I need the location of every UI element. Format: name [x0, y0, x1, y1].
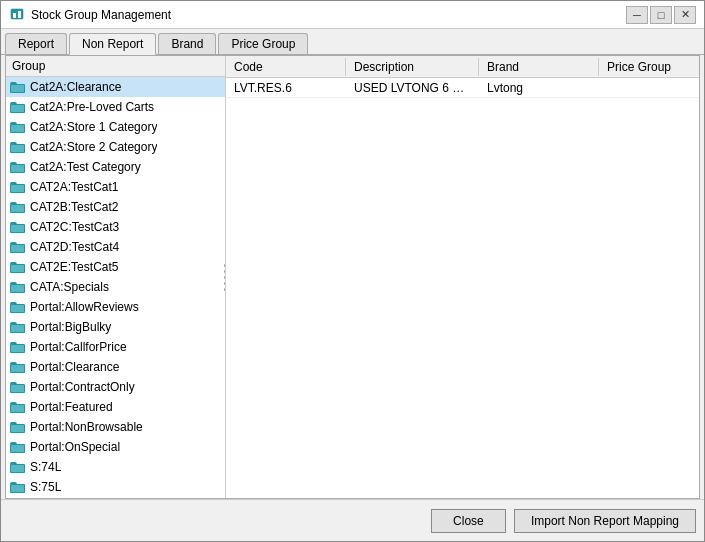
- tab-bar: Report Non Report Brand Price Group: [1, 29, 704, 55]
- tree-item[interactable]: Portal:Clearance: [6, 357, 225, 377]
- svg-rect-20: [11, 245, 24, 252]
- svg-rect-10: [11, 145, 24, 152]
- tree-item[interactable]: Portal:CallforPrice: [6, 337, 225, 357]
- folder-icon: [10, 440, 26, 454]
- tree-item[interactable]: Portal:BigBulky: [6, 317, 225, 337]
- folder-icon: [10, 460, 26, 474]
- left-panel: Group Cat2A:ClearanceCat2A:Pre-Loved Car…: [6, 56, 226, 498]
- svg-rect-44: [11, 485, 24, 492]
- tree-scroll[interactable]: Cat2A:ClearanceCat2A:Pre-Loved CartsCat2…: [6, 77, 225, 498]
- svg-rect-18: [11, 225, 24, 232]
- svg-rect-28: [11, 325, 24, 332]
- table-body: LVT.RES.6USED LVTONG 6 SEAT RESORT CARTL…: [226, 78, 699, 498]
- minimize-button[interactable]: ─: [626, 6, 648, 24]
- tab-non-report[interactable]: Non Report: [69, 33, 156, 55]
- tree-item[interactable]: CATA:Specials: [6, 277, 225, 297]
- folder-icon: [10, 240, 26, 254]
- folder-icon: [10, 300, 26, 314]
- folder-icon: [10, 480, 26, 494]
- window-title: Stock Group Management: [31, 8, 626, 22]
- tree-item[interactable]: CAT2C:TestCat3: [6, 217, 225, 237]
- svg-rect-34: [11, 385, 24, 392]
- svg-rect-36: [11, 405, 24, 412]
- tree-item-label: Portal:OnSpecial: [30, 440, 120, 454]
- folder-icon: [10, 220, 26, 234]
- svg-rect-6: [11, 105, 24, 112]
- svg-rect-22: [11, 265, 24, 272]
- folder-icon: [10, 360, 26, 374]
- import-non-report-mapping-button[interactable]: Import Non Report Mapping: [514, 509, 696, 533]
- folder-icon: [10, 180, 26, 194]
- table-header: Code Description Brand Price Group: [226, 56, 699, 78]
- svg-rect-8: [11, 125, 24, 132]
- svg-rect-24: [11, 285, 24, 292]
- tree-item[interactable]: Cat2A:Pre-Loved Carts: [6, 97, 225, 117]
- col-header-description: Description: [346, 58, 479, 76]
- tree-item[interactable]: CAT2A:TestCat1: [6, 177, 225, 197]
- tree-item-label: Cat2A:Clearance: [30, 80, 121, 94]
- svg-rect-2: [18, 11, 21, 18]
- tree-item[interactable]: CAT2D:TestCat4: [6, 237, 225, 257]
- tree-item-label: Portal:ContractOnly: [30, 380, 135, 394]
- tree-item[interactable]: S:L: [6, 497, 225, 498]
- tree-item[interactable]: CAT2E:TestCat5: [6, 257, 225, 277]
- tree-item-label: CAT2E:TestCat5: [30, 260, 118, 274]
- window-icon: [9, 7, 25, 23]
- tree-item[interactable]: Portal:Featured: [6, 397, 225, 417]
- tree-item[interactable]: Portal:NonBrowsable: [6, 417, 225, 437]
- tree-item[interactable]: Portal:AllowReviews: [6, 297, 225, 317]
- tree-item-label: Portal:NonBrowsable: [30, 420, 143, 434]
- folder-icon: [10, 80, 26, 94]
- tree-item-label: Cat2A:Pre-Loved Carts: [30, 100, 154, 114]
- svg-rect-40: [11, 445, 24, 452]
- tree-item-label: Cat2A:Store 1 Category: [30, 120, 157, 134]
- folder-icon: [10, 100, 26, 114]
- tree-item[interactable]: Cat2A:Clearance: [6, 77, 225, 97]
- folder-icon: [10, 140, 26, 154]
- folder-icon: [10, 200, 26, 214]
- close-button[interactable]: Close: [431, 509, 506, 533]
- td-description: USED LVTONG 6 SEAT RESORT CART: [346, 79, 479, 97]
- svg-rect-42: [11, 465, 24, 472]
- footer: Close Import Non Report Mapping: [1, 499, 704, 541]
- tree-item[interactable]: S:74L: [6, 457, 225, 477]
- tree-item[interactable]: CAT2B:TestCat2: [6, 197, 225, 217]
- td-brand: Lvtong: [479, 79, 599, 97]
- tree-item-label: CATA:Specials: [30, 280, 109, 294]
- tree-item-label: CAT2D:TestCat4: [30, 240, 119, 254]
- tree-item-label: Portal:Featured: [30, 400, 113, 414]
- tree-item[interactable]: Portal:OnSpecial: [6, 437, 225, 457]
- folder-icon: [10, 340, 26, 354]
- svg-rect-26: [11, 305, 24, 312]
- tab-brand[interactable]: Brand: [158, 33, 216, 54]
- td-price-group: [599, 86, 699, 90]
- svg-rect-14: [11, 185, 24, 192]
- tree-item[interactable]: Cat2A:Test Category: [6, 157, 225, 177]
- tree-item-label: Cat2A:Store 2 Category: [30, 140, 157, 154]
- folder-icon: [10, 320, 26, 334]
- td-code: LVT.RES.6: [226, 79, 346, 97]
- right-panel: Code Description Brand Price Group LVT.R…: [226, 56, 699, 498]
- table-row[interactable]: LVT.RES.6USED LVTONG 6 SEAT RESORT CARTL…: [226, 78, 699, 98]
- tab-price-group[interactable]: Price Group: [218, 33, 308, 54]
- folder-icon: [10, 380, 26, 394]
- maximize-button[interactable]: □: [650, 6, 672, 24]
- tree-item[interactable]: Cat2A:Store 2 Category: [6, 137, 225, 157]
- svg-rect-38: [11, 425, 24, 432]
- close-window-button[interactable]: ✕: [674, 6, 696, 24]
- folder-icon: [10, 400, 26, 414]
- folder-icon: [10, 120, 26, 134]
- tree-item[interactable]: Cat2A:Store 1 Category: [6, 117, 225, 137]
- resize-handle[interactable]: [221, 257, 226, 297]
- folder-icon: [10, 260, 26, 274]
- tree-item[interactable]: S:75L: [6, 477, 225, 497]
- svg-rect-12: [11, 165, 24, 172]
- tab-report[interactable]: Report: [5, 33, 67, 54]
- tree-item[interactable]: Portal:ContractOnly: [6, 377, 225, 397]
- tree-item-label: Portal:AllowReviews: [30, 300, 139, 314]
- tree-item-label: Portal:CallforPrice: [30, 340, 127, 354]
- col-header-code: Code: [226, 58, 346, 76]
- col-header-price-group: Price Group: [599, 58, 699, 76]
- tree-item-label: CAT2B:TestCat2: [30, 200, 118, 214]
- footer-right: Close Import Non Report Mapping: [431, 509, 696, 533]
